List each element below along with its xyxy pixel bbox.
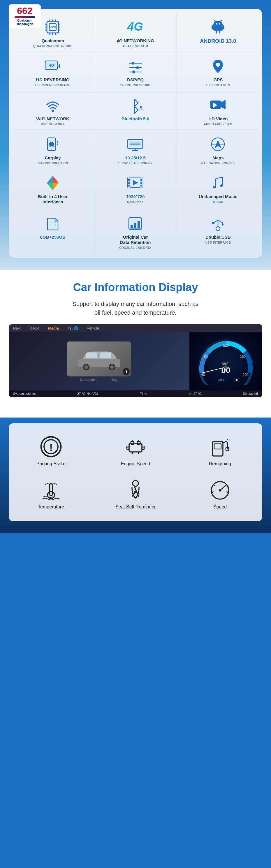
- svg-rect-65: [128, 185, 130, 186]
- svg-text:160: 160: [240, 354, 246, 359]
- dash-car-display: ℹ: [67, 341, 131, 376]
- feature-dsp: DSP/EQ SURROUND SOUND: [94, 52, 177, 91]
- info-speed: Speed: [178, 472, 262, 516]
- svg-point-34: [131, 62, 134, 65]
- music-icon: [209, 174, 227, 192]
- dashboard-mockup: Navi Radio Media Tel/🌐 Vehicle: [9, 324, 262, 397]
- dsp-title: DSP/EQ: [127, 77, 144, 83]
- carplay-icon: [44, 135, 61, 153]
- feature-carplay: Carplay INTERCONNECTION: [12, 130, 94, 169]
- hd-reverse-icon: HD: [44, 57, 61, 75]
- svg-rect-47: [50, 142, 53, 144]
- dash-nav-navi: Navi: [13, 326, 21, 331]
- svg-text:4G: 4G: [127, 20, 143, 33]
- svg-point-19: [219, 23, 220, 25]
- svg-rect-24: [216, 31, 217, 33]
- music-title: Undamaged Music: [199, 194, 238, 199]
- 4g-sub: 4G ALL NETCOM: [123, 44, 148, 48]
- feature-gps: GPS GPS LOCATION: [177, 52, 259, 91]
- car-data-sub: ORIGINAL CAR DATA: [119, 246, 152, 249]
- svg-line-139: [225, 485, 226, 486]
- feature-wifi: WIFI NETWORK WIFI NETWORK: [12, 91, 94, 130]
- maps-sub: NAVIGATION DONGLE: [201, 162, 235, 165]
- info-parking-brake: ! Parking Brake: [9, 429, 93, 472]
- feature-grid: CPU Qualcomm QUALCOMM EIGHT-CORE 4G 4G N…: [12, 13, 259, 253]
- parking-brake-label: Parking Brake: [36, 461, 66, 466]
- speed-icon: [208, 478, 232, 501]
- android-title: ANDROID 13.0: [200, 38, 236, 44]
- storage-icon: [44, 215, 61, 232]
- resolution-sub: Resolution: [127, 200, 144, 204]
- svg-line-20: [214, 20, 216, 21]
- svg-marker-42: [221, 100, 225, 109]
- feature-maps: Maps NAVIGATION DONGLE: [177, 130, 259, 169]
- feature-android: ANDROID 13.0: [177, 13, 259, 52]
- qualcomm-badge: 662 Qualcommsnapdragon: [9, 4, 41, 28]
- dash-nav-vehicle: Vehicle: [87, 326, 99, 331]
- svg-rect-25: [219, 31, 220, 33]
- svg-marker-69: [133, 180, 138, 185]
- usb-icon: [209, 215, 227, 232]
- svg-text:80: 80: [204, 354, 208, 359]
- svg-text:CPU: CPU: [50, 25, 56, 29]
- svg-text:300: 300: [235, 378, 240, 382]
- bottom-section: ! Parking Brake Engine Speed: [0, 417, 271, 533]
- car-info-section: Car Information Display Support to displ…: [0, 270, 271, 417]
- screen-icon: [126, 135, 144, 153]
- svg-point-83: [216, 227, 220, 231]
- dash-nav-bar: Navi Radio Media Tel/🌐 Vehicle: [9, 324, 262, 332]
- storage-title: 8GB+256GB: [40, 235, 66, 240]
- svg-line-136: [212, 492, 214, 493]
- svg-point-48: [50, 146, 51, 147]
- bluetooth-icon: 5.0: [126, 96, 144, 114]
- seat-belt-icon: [124, 478, 147, 501]
- feature-4g: 4G 4G NETWORKING 4G ALL NETCOM: [94, 13, 177, 52]
- carplay-title: Carplay: [45, 155, 61, 160]
- svg-rect-114: [137, 441, 140, 444]
- chip-number: 662: [17, 6, 32, 16]
- feature-ui: Built-in 4 UserInterfaces: [12, 169, 94, 210]
- svg-rect-112: [129, 444, 142, 452]
- svg-rect-124: [214, 444, 221, 449]
- engine-speed-label: Engine Speed: [121, 461, 150, 466]
- dash-temp-left: 27 °C ⚙ A/C▸: [77, 392, 99, 396]
- dash-nav-tel: Tel/🌐: [68, 326, 78, 331]
- music-sub: MUSIC: [213, 200, 223, 204]
- svg-line-21: [220, 20, 222, 21]
- feature-hd-reversing: HD HD REVERSING HD REVERSING IMAGE: [12, 52, 94, 91]
- screen-title: 10.25/12.5: [125, 155, 146, 160]
- speed-label: Speed: [213, 504, 227, 509]
- svg-rect-87: [212, 222, 214, 224]
- maps-title: Maps: [212, 155, 223, 160]
- car-data-title: Original CarData Retention: [120, 235, 151, 245]
- feature-card: CPU Qualcomm QUALCOMM EIGHT-CORE 4G 4G N…: [9, 9, 262, 258]
- info-icons-grid: ! Parking Brake Engine Speed: [9, 423, 262, 521]
- usb-title: Double USB: [205, 235, 231, 240]
- usb-sub: USB INTERFACE: [205, 241, 231, 244]
- chip-brand: Qualcommsnapdragon: [16, 19, 33, 26]
- dsp-sub: SURROUND SOUND: [120, 84, 151, 87]
- gps-icon: [209, 57, 227, 75]
- svg-point-37: [216, 63, 220, 67]
- car-info-desc: Support to display many car information,…: [9, 300, 262, 317]
- svg-rect-30: [59, 64, 60, 68]
- info-remaining: Remaining: [178, 429, 262, 472]
- hd-reversing-title: HD REVERSING: [36, 77, 69, 83]
- hd-video-title: HD Video: [208, 116, 228, 122]
- dash-subscription-label: Subscription Time: [80, 378, 118, 381]
- parking-brake-icon: !: [39, 435, 63, 458]
- resolution-title: 1920*720: [126, 194, 145, 199]
- svg-point-131: [132, 480, 139, 486]
- svg-rect-91: [86, 352, 97, 358]
- svg-text:120: 120: [223, 344, 229, 348]
- svg-rect-67: [141, 182, 142, 184]
- svg-rect-113: [131, 441, 134, 444]
- svg-point-142: [219, 489, 221, 492]
- svg-point-94: [85, 365, 88, 369]
- svg-rect-92: [100, 352, 111, 358]
- hd-reversing-sub: HD REVERSING IMAGE: [35, 84, 70, 87]
- svg-line-70: [216, 177, 222, 179]
- 4g-icon: 4G: [126, 18, 144, 36]
- dash-content: ℹ Subscription Time: [9, 332, 262, 391]
- feature-music: Undamaged Music MUSIC: [177, 169, 259, 210]
